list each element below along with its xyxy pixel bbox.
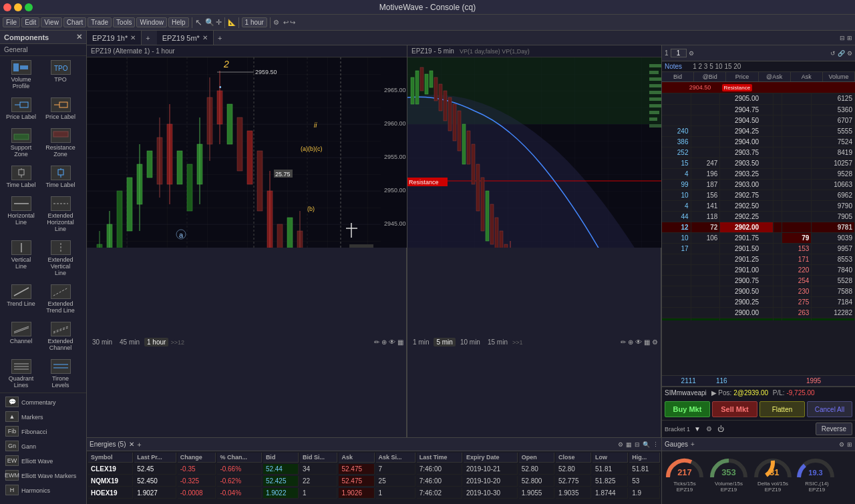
chart-right-target-icon[interactable]: ⊕ — [628, 338, 633, 346]
dom-row[interactable]: 101562902.756962 — [662, 190, 855, 200]
extended-trend-line-tool[interactable]: Extended Trend Line — [42, 282, 79, 316]
dom-row[interactable]: 2900.252757184 — [662, 296, 855, 307]
tools-menu[interactable]: Tools — [113, 17, 135, 27]
col-close[interactable]: Close — [556, 453, 591, 463]
settings-icon[interactable]: ⚙ — [273, 19, 279, 26]
chart-right-eye-icon[interactable]: 👁 — [635, 338, 642, 346]
tf-5min[interactable]: 5 min — [434, 338, 455, 346]
col-pct[interactable]: % Chan... — [217, 453, 261, 463]
elliott-wave-markers-tool[interactable]: EWM Elliott Wave Markers — [4, 469, 82, 483]
notes-tab[interactable]: Notes — [665, 63, 682, 70]
tf-15min[interactable]: 15 min — [485, 338, 510, 346]
volume-profile-tool[interactable]: Volume Profile — [3, 58, 39, 91]
dom-row[interactable]: 172901.501539957 — [662, 243, 855, 254]
extended-vertical-line-tool[interactable]: Extended Vertical Line — [42, 238, 79, 278]
gauges-add[interactable]: + — [691, 441, 695, 448]
dom-row[interactable]: 2402904.255555 — [662, 125, 855, 136]
energies-expand-icon[interactable]: ▦ — [626, 441, 632, 448]
price-label-tool-2[interactable]: Price Label — [42, 95, 79, 122]
energies-more-icon[interactable]: ⋮ — [653, 441, 659, 448]
col-expiry[interactable]: Expiry Date — [464, 453, 518, 463]
reverse-button[interactable]: Reverse — [816, 423, 852, 435]
dom-link-icon[interactable]: 🔗 — [838, 50, 845, 57]
gauges-expand-icon[interactable]: ⊞ — [847, 441, 852, 448]
trade-menu[interactable]: Trade — [88, 17, 112, 27]
dom-scroll-area[interactable]: 2905.0061252904.7553602904.5067072402904… — [662, 93, 855, 320]
dom-row[interactable]: 441182902.257905 — [662, 211, 855, 222]
tf-more-right[interactable]: >>1 — [512, 339, 523, 346]
dom-row[interactable]: 2522903.758419 — [662, 147, 855, 158]
energies-close[interactable]: ✕ — [129, 441, 134, 448]
chart-left-draw-icon[interactable]: ✏ — [374, 338, 379, 346]
components-close[interactable]: ✕ — [76, 33, 82, 41]
vertical-line-tool[interactable]: Vertical Line — [3, 238, 39, 278]
pointer-tool[interactable]: ↖ — [195, 17, 202, 27]
flatten-button[interactable]: Flatten — [759, 401, 805, 417]
col-bid[interactable]: Bid — [263, 453, 299, 463]
dom-row[interactable]: 152472903.5010257 — [662, 158, 855, 168]
tf-10min[interactable]: 10 min — [458, 338, 483, 346]
close-button[interactable] — [3, 3, 11, 11]
dom-row[interactable]: 2900.502307588 — [662, 286, 855, 296]
resistance-zone-tool[interactable]: Resistance Zone — [42, 126, 79, 160]
energies-row[interactable]: NQMX1952.450-0.325-0.62%52.4252252.47525… — [88, 476, 660, 487]
chart-left-bars-icon[interactable]: ▦ — [397, 338, 403, 346]
chart-left-body[interactable]: 2 • 2965.00 2960.00 2955.00 2950.00 2945… — [87, 57, 407, 248]
chart-tab-add-right[interactable]: + — [214, 31, 226, 45]
harmonics-tool[interactable]: H Harmonics — [4, 483, 82, 498]
chart-right-draw-icon[interactable]: ✏ — [621, 338, 626, 346]
minimize-button[interactable] — [14, 3, 22, 11]
chart-tab-right-close[interactable]: ✕ — [202, 34, 208, 41]
redo-icon[interactable]: ↪ — [290, 19, 295, 26]
dom-refresh-icon[interactable]: ↺ — [830, 50, 836, 57]
dom-settings2-icon[interactable]: ⚙ — [847, 50, 852, 57]
tf-1min[interactable]: 1 min — [410, 338, 432, 346]
dom-bracket-settings-icon[interactable]: ⚙ — [706, 425, 712, 433]
markers-tool[interactable]: ▲ Markers — [4, 410, 82, 425]
gann-tool[interactable]: Gn Gann — [4, 439, 82, 454]
draw-tools[interactable]: 📐 — [228, 19, 236, 26]
dom-row[interactable]: 2901.251718553 — [662, 254, 855, 264]
col-ask[interactable]: Ask — [339, 453, 374, 463]
dom-quantity-input[interactable] — [671, 49, 687, 57]
cancel-all-button[interactable]: Cancel All — [807, 401, 852, 417]
price-label-tool-1[interactable]: Price Label — [3, 95, 39, 122]
tirone-levels-tool[interactable]: Tirone Levels — [42, 357, 79, 391]
dom-settings-icon[interactable]: ⚙ — [689, 50, 694, 57]
energies-settings-icon[interactable]: ⚙ — [618, 441, 623, 448]
dom-row[interactable]: 41962903.259528 — [662, 168, 855, 179]
support-zone-tool[interactable]: Support Zone — [3, 126, 39, 160]
trend-line-tool[interactable]: Trend Line — [3, 282, 39, 316]
energies-add[interactable]: + — [137, 441, 141, 449]
edit-menu[interactable]: Edit — [21, 17, 39, 27]
col-high[interactable]: Hig... — [629, 453, 660, 463]
window-menu[interactable]: Window — [136, 17, 167, 27]
timeframe-selector[interactable]: 1 hour — [242, 17, 267, 27]
dom-row[interactable]: 101062901.75799039 — [662, 232, 855, 243]
col-open[interactable]: Open — [519, 453, 554, 463]
dom-row[interactable]: 12722902.009781 — [662, 222, 855, 232]
dom-row[interactable]: 2899.752217462 — [662, 318, 855, 320]
chart-tab-left[interactable]: EPZ19 1h* ✕ — [87, 31, 142, 45]
commentary-tool[interactable]: 💬 Commentary — [4, 395, 82, 410]
channel-tool[interactable]: Channel — [3, 320, 39, 353]
undo-icon[interactable]: ↩ — [283, 19, 289, 26]
chart-right-bars-icon[interactable]: ▦ — [644, 338, 650, 346]
time-label-tool-1[interactable]: Time Label — [3, 164, 39, 190]
horizontal-line-tool[interactable]: Horizontal Line — [3, 194, 39, 234]
extended-horizontal-line-tool[interactable]: Extended Horizontal Line — [42, 194, 79, 234]
dom-row[interactable]: 3862904.007524 — [662, 136, 855, 147]
gauges-settings-icon[interactable]: ⚙ — [839, 441, 844, 448]
tf-30min[interactable]: 30 min — [90, 338, 115, 346]
view-menu[interactable]: View — [41, 17, 62, 27]
crosshair-icon[interactable]: ✛ — [216, 18, 222, 27]
chart-tab-right[interactable]: EPZ19 5m* ✕ — [157, 31, 214, 45]
dom-bracket-expand-icon[interactable]: ▼ — [694, 425, 701, 433]
energies-tab[interactable]: Energies (5) ✕ — [90, 441, 134, 448]
chart-minimize-icon[interactable]: ⊟ — [840, 35, 845, 41]
energies-search-icon[interactable]: 🔍 — [643, 441, 650, 448]
chart-maximize-icon[interactable]: ⊞ — [847, 35, 852, 41]
help-menu[interactable]: Help — [168, 17, 189, 27]
extended-channel-tool[interactable]: Extended Channel — [42, 320, 79, 353]
time-label-tool-2[interactable]: Time Label — [42, 164, 79, 190]
